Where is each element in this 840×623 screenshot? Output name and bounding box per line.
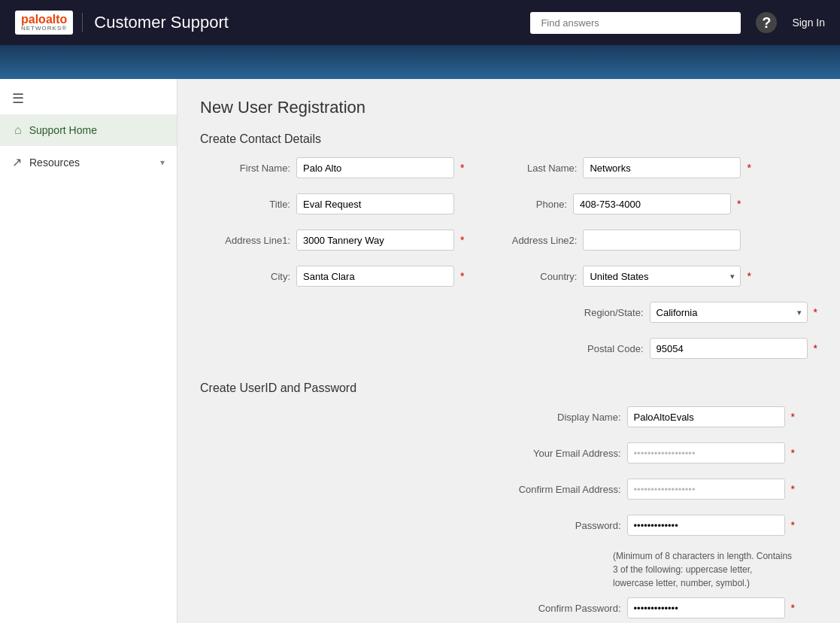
title-row: Title: [200,193,454,214]
contact-section-title: Create Contact Details [200,132,817,146]
userid-section-title: Create UserID and Password [200,381,817,395]
chart-icon: ↗ [12,155,22,169]
title-phone-row: Title: Phone: * [200,193,817,222]
sign-in-button[interactable]: Sign In [792,17,825,29]
confirm-email-label: Confirm Email Address: [519,484,621,495]
confirm-password-wrapper: Confirm Password: * [200,597,817,623]
page-title: New User Registration [200,98,817,117]
email-row: Your Email Address: * [531,442,795,463]
password-row: Password: * [531,515,795,536]
postal-required: * [814,342,817,354]
empty-left [200,302,531,330]
sidebar-item-label-support-home: Support Home [29,124,97,136]
display-name-label: Display Name: [531,412,621,423]
address-row: Address Line1: * Address Line2: [200,229,817,258]
header: paloalto NETWORKS® Customer Support ? Si… [0,0,840,45]
password-label: Password: [531,520,621,531]
last-name-row: Last Name: * [487,157,751,178]
sidebar: ☰ ⌂ Support Home ↗ Resources ▾ [0,79,177,623]
first-name-label: First Name: [200,163,290,174]
confirm-email-input[interactable] [627,479,785,500]
country-label: Country: [487,271,577,282]
address1-label: Address Line1: [200,235,290,246]
country-row: Country: United States * [487,266,751,287]
sidebar-item-support-home[interactable]: ⌂ Support Home [0,114,177,146]
contact-section: Create Contact Details First Name: * Las… [200,132,817,366]
name-row: First Name: * Last Name: * [200,157,817,186]
confirm-password-label: Confirm Password: [531,603,621,614]
address2-input[interactable] [583,229,741,251]
region-required: * [814,306,817,318]
search-input[interactable] [530,12,741,34]
logo-text: paloalto [21,14,67,26]
region-label: Region/State: [553,307,644,318]
empty-left2 [200,338,531,366]
postal-label: Postal Code: [553,343,644,354]
confirm-password-required: * [791,602,795,614]
address1-input[interactable] [296,229,454,251]
email-label: Your Email Address: [531,448,621,459]
display-name-required: * [791,411,795,423]
address1-row: Address Line1: * [200,229,464,251]
title-label: Title: [200,199,290,210]
main-content: New User Registration Create Contact Det… [177,79,840,623]
region-select[interactable]: California [650,302,808,323]
password-hint: (Minimum of 8 characters in length. Cont… [613,549,793,590]
email-input[interactable] [627,442,785,463]
title-input[interactable] [296,193,454,214]
email-wrapper: Your Email Address: * [200,442,817,471]
layout: ☰ ⌂ Support Home ↗ Resources ▾ New User … [0,79,840,623]
chevron-down-icon: ▾ [160,157,165,168]
postal-row: Postal Code: * [553,338,817,359]
region-row: Region/State: California * [553,302,817,323]
phone-row: Phone: * [477,193,741,214]
logo-box: paloalto NETWORKS® [15,11,73,35]
logo-area: paloalto NETWORKS® Customer Support [15,11,229,35]
phone-input[interactable] [573,193,731,214]
address2-label: Address Line2: [487,235,577,246]
confirm-email-required: * [791,483,795,495]
home-icon: ⌂ [14,123,22,137]
first-name-input[interactable] [296,157,454,178]
password-hint-wrapper: (Minimum of 8 characters in length. Cont… [200,546,817,590]
country-required: * [747,270,751,282]
header-title: Customer Support [82,13,229,32]
last-name-input[interactable] [583,157,741,178]
email-required: * [791,447,795,459]
region-select-wrapper: California [650,302,808,323]
confirm-password-row: Confirm Password: * [531,597,795,618]
menu-icon[interactable]: ☰ [0,83,177,114]
confirm-email-row: Confirm Email Address: * [519,479,795,500]
display-name-wrapper: Display Name: * [200,406,817,435]
city-required: * [460,270,464,282]
sidebar-item-resources[interactable]: ↗ Resources ▾ [0,146,177,178]
display-name-row: Display Name: * [531,406,795,427]
confirm-password-input[interactable] [627,597,785,618]
postal-input[interactable] [650,338,808,359]
address1-required: * [460,234,464,246]
password-wrapper: Password: * [200,515,817,543]
confirm-email-wrapper: Confirm Email Address: * [200,479,817,507]
city-input[interactable] [296,266,454,287]
userid-section: Create UserID and Password Display Name:… [200,381,817,623]
country-select-wrapper: United States [583,266,741,287]
first-name-required: * [460,162,464,174]
blue-bar [0,45,840,79]
password-required: * [791,519,795,531]
display-name-input[interactable] [627,406,785,427]
city-country-row: City: * Country: United States * [200,266,817,294]
last-name-label: Last Name: [487,163,577,174]
phone-required: * [737,198,741,210]
logo-sub: NETWORKS® [21,26,67,32]
password-input[interactable] [627,515,785,536]
city-row: City: * [200,266,464,287]
first-name-row: First Name: * [200,157,464,178]
city-label: City: [200,271,290,282]
sidebar-item-label-resources: Resources [29,157,153,169]
region-row-wrapper: Region/State: California * [200,302,817,330]
last-name-required: * [747,162,751,174]
postal-row-wrapper: Postal Code: * [200,338,817,366]
help-icon[interactable]: ? [756,12,777,33]
phone-label: Phone: [477,199,567,210]
country-select[interactable]: United States [583,266,741,287]
